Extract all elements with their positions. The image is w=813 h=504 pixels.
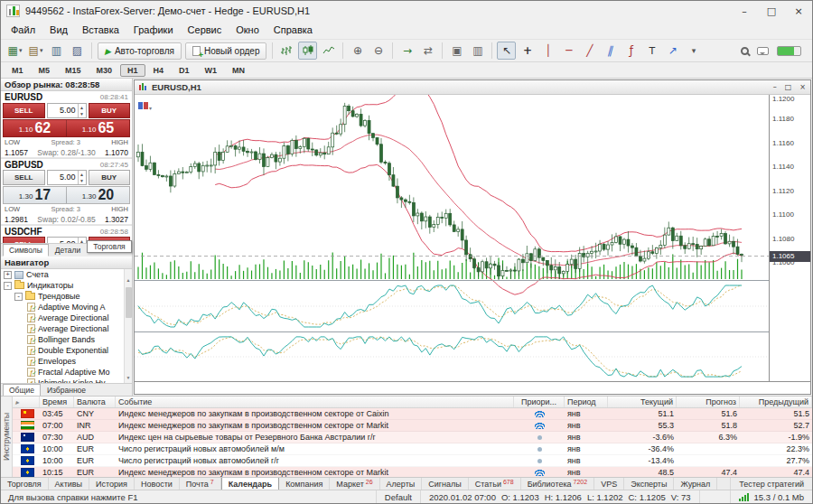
col-previous[interactable]: Предыдущий (740, 397, 812, 407)
tree-item-indicator[interactable]: Bollinger Bands (1, 334, 132, 345)
tree-item-indicator[interactable]: Envelopes (1, 356, 132, 367)
tf-button-h4[interactable]: H4 (146, 64, 172, 77)
volume-stepper[interactable]: 5.00 (47, 170, 87, 185)
toolbox-tab-market[interactable]: Маркет26 (330, 478, 379, 490)
chart-canvas[interactable]: 1.1065 1.12001.11801.11601.11401.11201.1… (135, 95, 810, 394)
scroll-down-icon[interactable] (126, 367, 131, 383)
symbol-name[interactable]: USDCHF (5, 227, 42, 237)
sell-button[interactable]: SELL (3, 103, 45, 118)
calendar-row[interactable]: 10:00 EUR Число регистраций новых автомо… (13, 455, 812, 467)
toolbox-tab-alerts[interactable]: Алерты (380, 478, 423, 490)
trendline-button[interactable] (580, 42, 599, 60)
symbol-name[interactable]: EURUSD (5, 92, 42, 102)
chart-titlebar[interactable]: EURUSD,H1 – □ × (135, 80, 810, 95)
data-window-button[interactable] (68, 42, 87, 60)
channel-button[interactable] (601, 42, 620, 60)
tab-details[interactable]: Детали (49, 244, 87, 257)
menu-charts[interactable]: Графики (126, 23, 181, 37)
toolbox-tab-articles[interactable]: Статьи678 (469, 478, 521, 490)
col-period[interactable]: Период (565, 397, 608, 407)
sell-button[interactable]: SELL (3, 170, 45, 185)
expander-icon[interactable] (4, 271, 12, 279)
candlestick-chart-button[interactable] (298, 42, 317, 60)
line-chart-button[interactable] (319, 42, 338, 60)
buy-button[interactable]: BUY (89, 170, 131, 185)
calendar-row[interactable]: 03:45 CNY Индекс менеджеров по закупкам … (13, 408, 812, 420)
menu-view[interactable]: Вид (42, 23, 75, 37)
spin-up-icon[interactable] (79, 104, 86, 111)
volume-stepper[interactable]: 5.00 (47, 103, 87, 118)
tf-button-w1[interactable]: W1 (198, 64, 225, 77)
tree-item-indicators[interactable]: Индикаторы (1, 280, 132, 291)
toolbox-tab-company[interactable]: Компания (279, 478, 330, 490)
chat-icon[interactable] (757, 47, 769, 55)
tree-item-indicator[interactable]: Average Directional (1, 323, 132, 334)
menu-tools[interactable]: Сервис (181, 23, 229, 37)
tree-item-indicator[interactable]: Double Exponential (1, 345, 132, 356)
fibonacci-button[interactable] (621, 42, 640, 60)
profiles-button[interactable] (26, 42, 45, 60)
tree-item-indicator[interactable]: Adaptive Moving A (1, 302, 132, 313)
auto-scroll-button[interactable] (397, 42, 416, 60)
navigator-scrollbar[interactable] (124, 269, 132, 383)
col-event[interactable]: Событие (116, 397, 514, 407)
col-currency[interactable]: Валюта (74, 397, 116, 407)
search-icon[interactable] (741, 47, 749, 55)
status-profile[interactable]: Default (376, 490, 420, 504)
menu-file[interactable]: Файл (4, 23, 42, 37)
window-close-button[interactable]: × (785, 1, 812, 21)
toolbox-tab-signals[interactable]: Сигналы (422, 478, 469, 490)
spin-down-icon[interactable] (79, 111, 86, 118)
tree-item-accounts[interactable]: Счета (1, 269, 132, 280)
menu-window[interactable]: Окно (229, 23, 266, 37)
objects-dropdown[interactable] (684, 42, 703, 60)
toolbox-tab-vps[interactable]: VPS (594, 478, 624, 490)
arrows-button[interactable] (663, 42, 682, 60)
bid-price[interactable]: 1.3017 (4, 187, 66, 203)
chart-close-button[interactable]: × (799, 83, 806, 91)
bar-chart-button[interactable] (277, 42, 296, 60)
tab-favorites[interactable]: Избранное (41, 384, 92, 397)
auto-trading-button[interactable]: Авто-торговля (98, 42, 182, 60)
sell-button[interactable]: SELL (3, 237, 45, 243)
tf-button-m15[interactable]: M15 (58, 64, 89, 77)
window-maximize-button[interactable]: □ (758, 1, 785, 21)
crosshair-button[interactable] (518, 42, 537, 60)
expander-icon[interactable] (14, 293, 23, 301)
tab-common[interactable]: Общие (3, 384, 41, 397)
tf-button-m30[interactable]: M30 (89, 64, 120, 77)
cascade-windows-button[interactable] (468, 42, 487, 60)
zoom-in-button[interactable] (348, 42, 367, 60)
calendar-row[interactable]: 10:15 EUR Индекс менеджеров по закупкам … (13, 467, 812, 477)
text-button[interactable] (642, 42, 661, 60)
tf-button-m1[interactable]: M1 (5, 64, 31, 77)
chart-minimize-button[interactable]: – (773, 83, 777, 91)
toolbox-tab-experts[interactable]: Эксперты (624, 478, 674, 490)
tree-item-indicator[interactable]: Fractal Adaptive Mo (1, 367, 132, 378)
menu-insert[interactable]: Вставка (75, 23, 126, 37)
vertical-line-button[interactable] (538, 42, 557, 60)
strategy-tester-tab[interactable]: Тестер стратегий (730, 478, 812, 490)
toolbox-tab-journal[interactable]: Журнал (674, 478, 717, 490)
toolbox-tab-history[interactable]: История (89, 478, 135, 490)
zoom-out-button[interactable] (369, 42, 388, 60)
depth-of-market-button[interactable] (47, 42, 66, 60)
symbol-name[interactable]: GBPUSD (5, 160, 43, 170)
price-axis[interactable]: 1.1065 1.12001.11801.11601.11401.11201.1… (769, 95, 810, 381)
tree-item-indicator[interactable]: Average Directional (1, 313, 132, 323)
toolbox-tab-news[interactable]: Новости (135, 478, 180, 490)
calendar-row[interactable]: 10:00 EUR Число регистраций новых автомо… (13, 443, 812, 455)
spin-up-icon[interactable] (79, 171, 86, 178)
col-priority[interactable]: Приори... (514, 397, 565, 407)
new-order-button[interactable]: Новый ордер (185, 42, 267, 60)
tf-button-mn[interactable]: MN (225, 64, 252, 77)
ask-price[interactable]: 1.1065 (66, 120, 129, 136)
chart-restore-button[interactable]: □ (785, 83, 792, 91)
col-time[interactable]: Время (40, 397, 74, 407)
tab-symbols[interactable]: Символы (3, 244, 49, 257)
window-minimize-button[interactable]: – (731, 1, 758, 21)
calendar-row[interactable]: 07:00 INR Индекс менеджеров по закупкам … (13, 420, 812, 432)
buy-button[interactable]: BUY (89, 103, 131, 118)
tree-item-indicator[interactable]: Ichimoku Kinko Hy (1, 378, 132, 383)
col-current[interactable]: Текущий (608, 397, 677, 407)
